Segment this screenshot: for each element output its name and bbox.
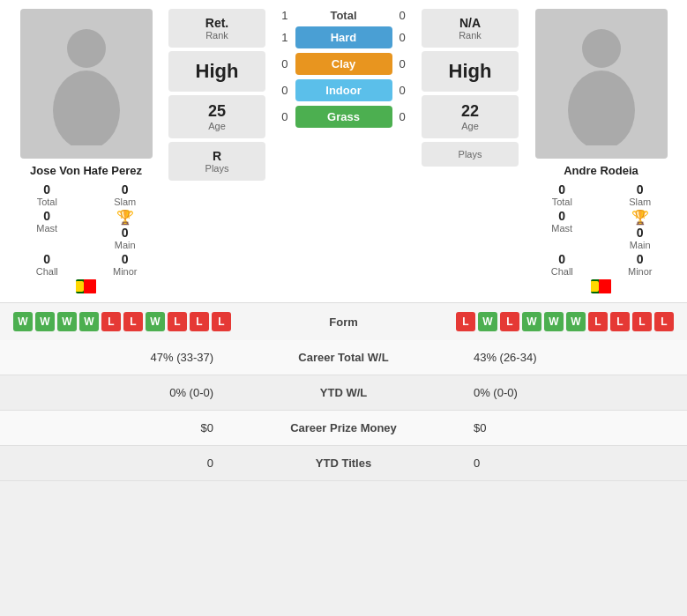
right-slam-label: Slam [629,197,651,207]
form-badge-l: L [123,312,143,331]
left-chall-value: 0 [43,252,50,266]
form-label: Form [309,315,379,329]
right-minor-stat: 0 Minor [602,252,679,277]
clay-surface-btn[interactable]: Clay [295,53,392,75]
left-high-value: High [172,60,262,83]
total-surface-row: 1 Total 0 [271,9,416,22]
stat-right-value: $0 [460,411,687,446]
right-mast-stat: 0 Mast [524,209,601,250]
stat-left-value: 47% (33-37) [0,340,227,375]
left-minor-value: 0 [122,252,129,266]
right-main-stat: 🏆 0 Main [602,209,679,250]
form-badge-l: L [500,312,519,331]
right-trophy-icon: 🏆 [631,209,649,226]
right-chall-value: 0 [558,252,565,266]
right-chall-stat: 0 Chall [524,252,601,277]
right-chall-label: Chall [551,266,573,277]
svg-point-3 [568,71,635,145]
left-form-badges: WWWWLLWLLL [13,312,309,331]
left-plays-label: Plays [172,163,262,174]
form-badge-l: L [588,312,608,331]
form-badge-l: L [632,312,652,331]
stats-row: $0 Career Prize Money $0 [0,411,687,446]
right-player-card: Andre Rodeia 0 Total 0 Slam 0 Mast 🏆 0 [524,9,678,293]
right-rank-box: N/A Rank [422,9,519,48]
right-plays-label: Plays [425,149,515,160]
hard-surface-btn[interactable]: Hard [295,26,392,48]
stat-center-label: YTD W/L [227,375,460,411]
svg-point-1 [53,71,120,145]
right-hard-count: 0 [400,31,415,44]
main-container: Jose Von Hafe Perez 0 Total 0 Slam 0 Mas… [0,0,687,481]
left-total-count: 1 [273,9,288,22]
left-total-label: Total [37,197,57,207]
left-chall-stat: 0 Chall [9,252,86,277]
hard-surface-row: 1 Hard 0 [271,26,416,48]
left-slam-value: 0 [122,182,129,197]
right-main-value: 0 [637,226,644,240]
right-player-avatar [535,9,668,159]
form-badge-w: W [79,312,99,331]
form-badge-w: W [13,312,33,331]
right-player-name: Andre Rodeia [564,164,638,177]
right-main-label: Main [630,240,651,250]
clay-surface-row: 0 Clay 0 [271,53,416,75]
left-indoor-count: 0 [273,84,288,97]
right-minor-label: Minor [628,266,653,277]
left-rank-box: Ret. Rank [168,9,265,48]
stat-left-value: 0 [0,446,227,481]
left-plays-value: R [172,149,262,163]
stat-left-value: 0% (0-0) [0,375,227,411]
svg-point-2 [582,29,621,68]
form-badge-l: L [212,312,231,331]
right-indoor-count: 0 [400,84,415,97]
form-badge-w: W [478,312,497,331]
left-main-label: Main [115,240,136,250]
left-stats-panel: Ret. Rank High 25 Age R Plays [168,9,265,181]
left-player-avatar [20,9,153,159]
form-section: WWWWLLWLLL Form LWLWWWLLLL [0,302,687,340]
left-player-name: Jose Von Hafe Perez [30,164,142,177]
right-mast-value: 0 [558,209,565,223]
left-minor-stat: 0 Minor [87,252,164,277]
right-clay-count: 0 [400,57,415,71]
left-age-label: Age [172,121,262,131]
right-high-value: High [425,60,515,83]
right-age-box: 22 Age [422,95,519,138]
form-badge-l: L [610,312,630,331]
right-total-label: Total [552,197,572,207]
left-age-box: 25 Age [168,95,265,138]
stats-row: 0% (0-0) YTD W/L 0% (0-0) [0,375,687,411]
portugal-flag [591,279,612,293]
stat-right-value: 0 [460,446,687,481]
left-mast-label: Mast [36,223,57,234]
form-badge-l: L [456,312,475,331]
left-mast-stat: 0 Mast [9,209,86,250]
form-badge-w: W [566,312,586,331]
grass-surface-row: 0 Grass 0 [271,106,416,128]
right-total-stat: 0 Total [524,182,601,207]
right-player-stats: 0 Total 0 Slam 0 Mast 🏆 0 Main 0 [524,182,678,277]
total-label: Total [295,9,392,22]
form-badge-w: W [146,312,165,331]
left-minor-label: Minor [113,266,138,277]
left-age-value: 25 [172,102,262,121]
indoor-surface-btn[interactable]: Indoor [295,79,392,101]
right-high-box: High [422,51,519,92]
left-hard-count: 1 [273,31,288,44]
right-stats-panel: N/A Rank High 22 Age Plays [422,9,519,167]
right-form-badges: LWLWWWLLLL [379,312,675,331]
stat-right-value: 0% (0-0) [460,375,687,411]
form-badge-w: W [522,312,541,331]
left-total-stat: 0 Total [9,182,86,207]
stat-right-value: 43% (26-34) [460,340,687,375]
right-total-count: 0 [400,9,415,22]
stat-center-label: Career Total W/L [227,340,460,375]
left-rank-label: Rank [172,30,262,41]
left-trophy-icon: 🏆 [116,209,134,226]
left-player-stats: 0 Total 0 Slam 0 Mast 🏆 0 Main 0 [9,182,163,277]
grass-surface-btn[interactable]: Grass [295,106,392,128]
right-total-value: 0 [558,182,565,197]
player-comparison-section: Jose Von Hafe Perez 0 Total 0 Slam 0 Mas… [0,0,687,302]
left-slam-stat: 0 Slam [87,182,164,207]
